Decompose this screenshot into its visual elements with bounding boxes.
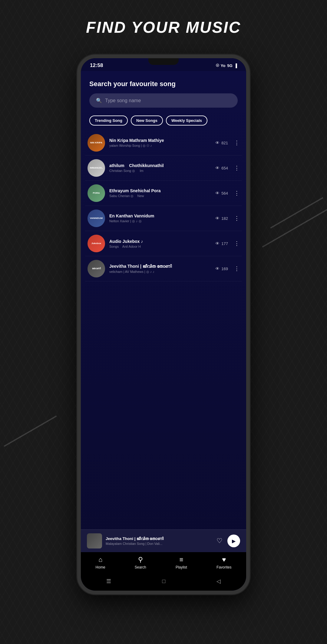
song-views: 👁 564 <box>215 191 228 196</box>
android-menu-button[interactable]: ☰ <box>106 578 111 585</box>
search-header: Search your favourite song 🔍 Type song n… <box>81 71 246 112</box>
nav-item-search[interactable]: ⚲ Search <box>135 556 146 569</box>
list-item[interactable]: IMMANUEL athilum Chothikkunnathil Christ… <box>85 156 242 181</box>
avatar: Jukebox <box>88 235 105 252</box>
phone-frame: 12:58 ⦾ Yo 5G ▐ Search your favourite so… <box>77 55 250 594</box>
tab-new-songs[interactable]: New Songs <box>131 116 163 126</box>
more-options-icon[interactable]: ⋮ <box>234 240 239 247</box>
now-playing-subtitle: Malayalam Christian Song | Don Vali... <box>106 542 213 545</box>
bottom-nav: ⌂ Home ⚲ Search ≡ Playlist ♥ Favorites <box>81 552 246 575</box>
search-input[interactable]: Type song name <box>105 98 141 103</box>
search-icon: 🔍 <box>96 98 102 103</box>
song-views: 👁 821 <box>215 140 228 145</box>
more-options-icon[interactable]: ⋮ <box>234 265 239 272</box>
song-name: athilum Chothikkunnathil <box>109 163 211 168</box>
views-count: 182 <box>221 216 228 221</box>
more-options-icon[interactable]: ⋮ <box>234 139 239 146</box>
android-home-button[interactable]: □ <box>162 578 166 585</box>
android-nav: ☰ □ ◁ <box>81 575 246 591</box>
views-count: 169 <box>221 267 228 271</box>
song-views: 👁 182 <box>215 216 228 221</box>
camera-notch <box>148 58 179 65</box>
playlist-icon: ≡ <box>179 556 183 564</box>
signal-icon: 5G <box>227 63 232 68</box>
song-info: Jeevitha Thoni | ജീവിത തോണി velicham | A… <box>109 264 211 274</box>
song-name: Audio Jukebox ♪ <box>109 239 211 244</box>
views-icon: 👁 <box>215 191 220 196</box>
now-playing-bar[interactable]: Jeevitha Thoni | ജീവിത തോണി Malayalam Ch… <box>81 529 246 552</box>
app-title: FIND YOUR MUSIC <box>0 18 327 36</box>
song-info: Audio Jukebox ♪ Songs Anil Adoor H <box>109 239 211 248</box>
nav-item-home[interactable]: ⌂ Home <box>96 556 105 569</box>
views-icon: 👁 <box>215 140 220 145</box>
playlist-label: Playlist <box>176 565 187 569</box>
play-button[interactable]: ▶ <box>227 535 240 547</box>
now-playing-actions: ♡ ▶ <box>216 535 240 547</box>
song-name: Jeevitha Thoni | ജീവിത തോണി <box>109 264 211 269</box>
bluetooth-icon: ⦾ <box>216 63 219 68</box>
more-options-icon[interactable]: ⋮ <box>234 215 239 222</box>
list-item[interactable]: NIN KRIPA Nin Kripa Mathram Mathiye yala… <box>85 130 242 156</box>
screen-content: Search your favourite song 🔍 Type song n… <box>81 71 246 591</box>
song-subtitle: yalam Worship Song | ◎ ⦾ ♪ <box>109 144 211 148</box>
app-title-area: FIND YOUR MUSIC <box>0 18 327 36</box>
avatar: NIN KRIPA <box>88 134 105 152</box>
views-icon: 👁 <box>215 166 220 170</box>
nav-item-playlist[interactable]: ≡ Playlist <box>176 556 187 569</box>
song-views: 👁 177 <box>215 241 228 246</box>
favorites-label: Favorites <box>216 565 231 569</box>
song-name: En Kanthan Vannidum <box>109 213 211 218</box>
views-icon: 👁 <box>215 266 220 271</box>
song-info: En Kanthan Vannidum Nelton Xavier | ◎ ♪ … <box>109 213 211 223</box>
song-subtitle: Songs Anil Adoor H <box>109 245 211 248</box>
tab-trending-song[interactable]: Trending Song <box>89 116 128 126</box>
home-icon: ⌂ <box>98 556 102 564</box>
song-name: Ethrayum Snehichal Pora <box>109 188 211 193</box>
song-info: athilum Chothikkunnathil Christian Song … <box>109 163 211 173</box>
nav-item-favorites[interactable]: ♥ Favorites <box>216 556 231 569</box>
battery-icon: ▐ <box>234 63 237 68</box>
list-item[interactable]: PORA Ethrayum Snehichal Pora Sabu Cheria… <box>85 181 242 206</box>
search-nav-icon: ⚲ <box>138 556 143 564</box>
favorite-button[interactable]: ♡ <box>216 537 223 545</box>
status-icons: ⦾ Yo 5G ▐ <box>216 63 237 68</box>
now-playing-title: Jeevitha Thoni | ജീവിത തോണി <box>106 536 213 541</box>
tab-weekly-specials[interactable]: Weekly Specials <box>166 116 207 126</box>
songs-list: NIN KRIPA Nin Kripa Mathram Mathiye yala… <box>81 130 246 529</box>
avatar: IMMANUEL <box>88 159 105 177</box>
status-time: 12:58 <box>90 62 103 69</box>
search-label: Search <box>135 565 146 569</box>
favorites-icon: ♥ <box>222 556 226 564</box>
song-subtitle: Nelton Xavier | ◎ ♪ ◎ <box>109 219 211 223</box>
phone-screen: 12:58 ⦾ Yo 5G ▐ Search your favourite so… <box>81 58 246 591</box>
avatar: തോണി <box>88 260 105 277</box>
song-info: Ethrayum Snehichal Pora Sabu Cherian ◎ N… <box>109 188 211 198</box>
views-count: 654 <box>221 166 228 170</box>
views-count: 821 <box>221 141 228 145</box>
song-info: Nin Kripa Mathram Mathiye yalam Worship … <box>109 138 211 148</box>
song-subtitle: Christian Song ◎ Im <box>109 169 211 173</box>
network-icon: Yo <box>221 63 226 68</box>
android-back-button[interactable]: ◁ <box>216 578 221 585</box>
filter-tabs: Trending Song New Songs Weekly Specials <box>81 112 246 130</box>
list-item[interactable]: Jukebox Audio Jukebox ♪ Songs Anil Adoor… <box>85 231 242 256</box>
search-input-wrap[interactable]: 🔍 Type song name <box>89 93 238 108</box>
search-heading: Search your favourite song <box>89 80 238 88</box>
avatar: VANNIDUM <box>88 210 105 227</box>
avatar: PORA <box>88 184 105 202</box>
list-item[interactable]: തോണി Jeevitha Thoni | ജീവിത തോണി velicha… <box>85 256 242 281</box>
more-options-icon[interactable]: ⋮ <box>234 190 239 196</box>
list-item[interactable]: VANNIDUM En Kanthan Vannidum Nelton Xavi… <box>85 206 242 231</box>
song-views: 👁 169 <box>215 266 228 271</box>
views-icon: 👁 <box>215 241 220 246</box>
now-playing-info: Jeevitha Thoni | ജീവിത തോണി Malayalam Ch… <box>106 536 213 545</box>
more-options-icon[interactable]: ⋮ <box>234 165 239 171</box>
song-subtitle: Sabu Cherian ◎ New <box>109 194 211 198</box>
home-label: Home <box>96 565 105 569</box>
views-count: 177 <box>221 241 228 246</box>
now-playing-thumbnail <box>87 533 102 548</box>
views-count: 564 <box>221 191 228 196</box>
song-subtitle: velicham | AV Mathews | ◎ ♪ ♪ <box>109 270 211 274</box>
views-icon: 👁 <box>215 216 220 221</box>
song-views: 👁 654 <box>215 166 228 170</box>
